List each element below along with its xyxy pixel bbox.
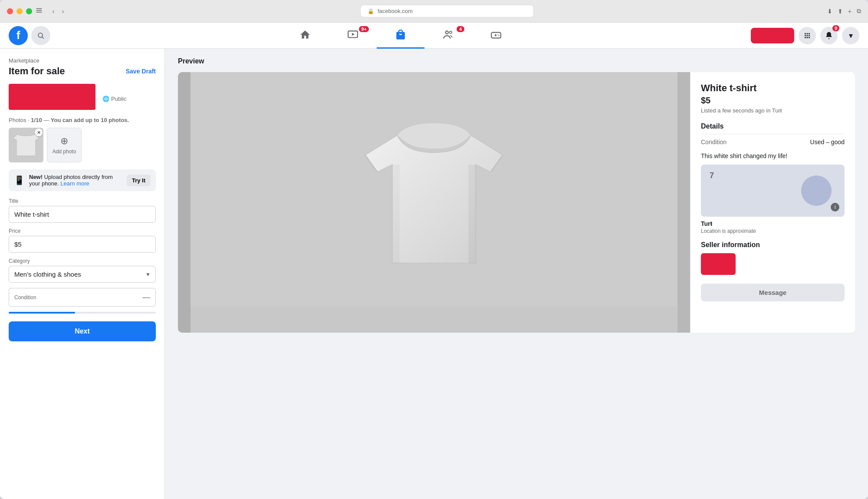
notification-badge: 9 (832, 25, 839, 31)
new-tab-icon[interactable]: + (848, 8, 852, 15)
close-button[interactable] (7, 8, 13, 14)
download-icon[interactable]: ⬇ (827, 8, 832, 15)
preview-area: Preview (165, 49, 868, 499)
svg-point-14 (805, 33, 806, 34)
product-image (191, 72, 678, 307)
progress-bar-fill (9, 312, 75, 314)
seller-avatar (701, 253, 736, 275)
browser-window: ‹ › 🔒 facebook.com ⬇ ⬆ + ⧉ f (0, 0, 868, 499)
svg-point-13 (498, 35, 499, 36)
remove-photo-button[interactable]: ✕ (35, 129, 43, 136)
image-sidebar-right (677, 72, 690, 333)
globe-icon: 🌐 (102, 96, 109, 102)
facebook-logo[interactable]: f (9, 26, 28, 45)
nav-groups[interactable]: 4 (424, 23, 472, 49)
photos-label: Photos · 1/10 — You can add up to 10 pho… (9, 117, 156, 123)
add-photo-button[interactable]: ⊕ Add photo (47, 128, 82, 162)
titlebar-right: ⬇ ⬆ + ⧉ (827, 7, 861, 15)
svg-point-12 (497, 34, 498, 35)
photos-count: 1/10 (31, 117, 42, 123)
learn-more-link[interactable]: Learn more (60, 180, 89, 187)
message-button[interactable]: Message (701, 284, 845, 301)
forward-button[interactable]: › (59, 7, 67, 15)
svg-line-4 (42, 37, 43, 38)
condition-val: Used – good (810, 139, 845, 145)
listing-form-sidebar: Marketplace Item for sale Save Draft 🌐 P… (0, 49, 165, 499)
seller-section-title: Seller information (701, 241, 845, 249)
try-it-button[interactable]: Try It (127, 175, 151, 186)
condition-label-text: Condition (14, 294, 36, 301)
image-sidebar-left (178, 72, 191, 333)
nav-gaming[interactable] (472, 23, 520, 49)
location-map: 7 i (701, 165, 845, 217)
title-field-group: Title (9, 198, 156, 223)
share-icon[interactable]: ⬆ (838, 8, 843, 15)
title-input[interactable] (9, 206, 156, 223)
nav-home[interactable] (281, 23, 329, 49)
sidebar-toggle[interactable] (36, 7, 46, 15)
search-button[interactable] (31, 26, 50, 45)
svg-point-21 (806, 36, 808, 38)
breadcrumb: Marketplace (9, 57, 156, 64)
next-button[interactable]: Next (9, 321, 156, 341)
maximize-button[interactable] (26, 8, 32, 14)
location-name: Turŧ (701, 220, 845, 227)
notifications-button[interactable]: 9 (820, 27, 838, 44)
svg-marker-6 (352, 33, 355, 36)
svg-point-18 (806, 35, 808, 36)
category-field-group: Category Men's clothing & shoes ▼ (9, 258, 156, 283)
price-input[interactable] (9, 236, 156, 253)
photo-upload-area[interactable] (9, 84, 95, 110)
new-label: New! (29, 174, 43, 180)
preview-price: $5 (701, 96, 845, 106)
account-button[interactable]: ▾ (842, 27, 859, 44)
condition-field-group: Condition — (9, 288, 156, 307)
minimize-button[interactable] (16, 8, 23, 14)
category-select[interactable]: Men's clothing & shoes (9, 266, 156, 283)
photo-thumbnails: ✕ ⊕ Add photo (9, 128, 156, 162)
svg-point-16 (809, 33, 810, 34)
nav-marketplace[interactable] (377, 23, 424, 49)
top-navigation: f 9+ 4 (0, 23, 868, 49)
red-action-button[interactable] (751, 28, 794, 43)
page-title: Item for sale (9, 66, 65, 77)
item-description: This white shirt changed my life! (701, 152, 845, 159)
nav-icons-group: 9+ 4 (50, 23, 751, 49)
info-icon[interactable]: i (831, 203, 839, 211)
condition-label: Condition (14, 294, 36, 301)
preview-listed-text: Listed a few seconds ago in Turŧ (701, 107, 845, 114)
titlebar: ‹ › 🔒 facebook.com ⬇ ⬆ + ⧉ (0, 0, 868, 23)
photo-header-row: 🌐 Public (9, 84, 156, 113)
condition-key: Condition (701, 139, 727, 145)
tabs-icon[interactable]: ⧉ (857, 7, 861, 15)
menu-grid-button[interactable] (799, 27, 816, 44)
svg-rect-2 (36, 12, 42, 13)
condition-selector[interactable]: Condition — (9, 288, 156, 307)
privacy-label: Public (111, 96, 126, 102)
save-draft-button[interactable]: Save Draft (126, 68, 156, 75)
category-label: Category (9, 258, 156, 264)
svg-rect-0 (36, 8, 42, 9)
condition-detail-row: Condition Used – good (701, 139, 845, 145)
location-approximate-label: Location is approximate (701, 228, 845, 234)
title-label: Title (9, 198, 156, 204)
back-button[interactable]: ‹ (49, 7, 57, 15)
url-text: facebook.com (378, 8, 413, 14)
svg-rect-1 (36, 10, 42, 11)
svg-point-15 (806, 33, 808, 34)
phone-icon: 📱 (14, 175, 25, 185)
url-bar[interactable]: 🔒 facebook.com (360, 5, 534, 17)
dash-icon: — (142, 293, 150, 302)
svg-point-8 (450, 31, 452, 33)
upload-banner: 📱 New! Upload photos directly from your … (9, 169, 156, 191)
svg-point-7 (446, 31, 449, 34)
preview-label: Preview (178, 57, 855, 65)
main-layout: Marketplace Item for sale Save Draft 🌐 P… (0, 49, 868, 499)
photos-note: You can add up to 10 photos. (51, 117, 129, 123)
plus-icon: ⊕ (60, 135, 68, 147)
svg-point-17 (805, 35, 806, 36)
category-select-wrapper: Men's clothing & shoes ▼ (9, 266, 156, 283)
privacy-indicator: 🌐 Public (102, 96, 126, 102)
photo-thumb-1[interactable]: ✕ (9, 128, 43, 162)
nav-watch[interactable]: 9+ (329, 23, 377, 49)
